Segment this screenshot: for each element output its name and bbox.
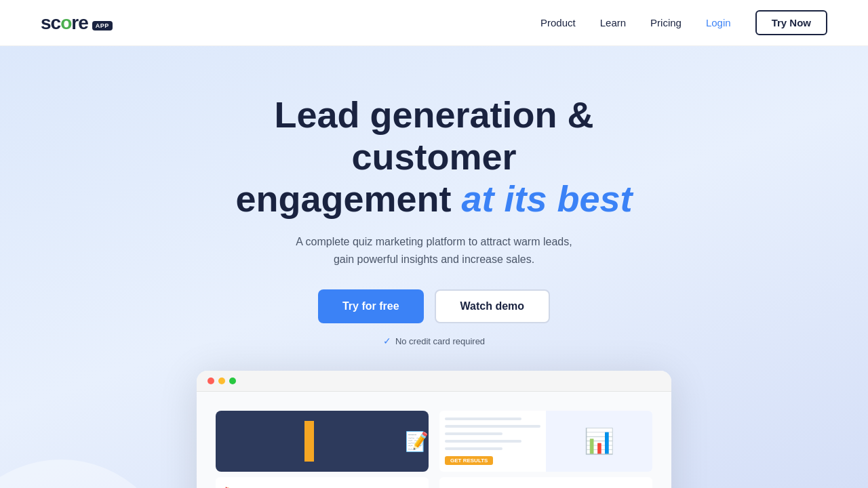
- hero-title: Lead generation & customer engagement at…: [197, 94, 671, 220]
- nav-try-button[interactable]: Try Now: [755, 10, 827, 35]
- burnout-orange-bar: [304, 421, 314, 462]
- logo-badge: APP: [92, 21, 113, 30]
- nav-product[interactable]: Product: [540, 17, 576, 28]
- nav-pricing[interactable]: Pricing: [650, 17, 682, 28]
- browser-content: 📝 🍹 The Burnout Prevention Scor: [197, 392, 671, 488]
- check-icon: ✓: [383, 336, 391, 346]
- profit-preview: GET RESULTS 📊: [439, 411, 652, 472]
- hero-highlight: at its best: [462, 178, 633, 219]
- nav-links: Product Learn Pricing Login Try Now: [540, 10, 827, 35]
- burnout-content-preview: 🍹: [216, 477, 429, 488]
- profit-line4: [445, 440, 521, 443]
- burnout-dark-block: [216, 421, 302, 462]
- scorecard-profit: GET RESULTS 📊 The Profit Booster Scoreca…: [434, 405, 658, 488]
- profit-content-preview: [439, 477, 652, 488]
- try-free-button[interactable]: Try for free: [318, 289, 424, 323]
- hero-subtitle: A complete quiz marketing platform to at…: [292, 233, 576, 268]
- browser-dot-minimize: [218, 378, 225, 384]
- browser-mockup: 📝 🍹 The Burnout Prevention Scor: [197, 371, 671, 488]
- burnout-pencil-icon: 📝: [405, 430, 429, 453]
- hero-buttons: Try for free Watch demo: [41, 289, 827, 323]
- profit-line2: [445, 425, 540, 428]
- navbar: score APP Product Learn Pricing Login Tr…: [0, 0, 868, 46]
- no-credit-card-notice: ✓ No credit card required: [41, 336, 827, 346]
- profit-text-side: GET RESULTS: [439, 411, 546, 472]
- hero-section: Lead generation & customer engagement at…: [0, 46, 868, 488]
- logo[interactable]: score APP: [41, 12, 113, 34]
- burnout-dark-block2: [317, 421, 403, 462]
- scorecard-burnout: 📝 🍹 The Burnout Prevention Scor: [210, 405, 434, 488]
- profit-chart-icon: 📊: [584, 427, 614, 455]
- profit-chart-side: 📊: [546, 411, 652, 472]
- browser-dot-close: [208, 378, 214, 384]
- profit-line5: [445, 447, 502, 450]
- profit-cta-badge: GET RESULTS: [445, 456, 493, 465]
- nav-learn[interactable]: Learn: [600, 17, 626, 28]
- watch-demo-button[interactable]: Watch demo: [435, 289, 551, 323]
- nav-login[interactable]: Login: [706, 17, 731, 28]
- profit-line3: [445, 432, 502, 435]
- profit-line1: [445, 418, 521, 420]
- browser-dot-maximize: [229, 378, 236, 384]
- burnout-header-preview: 📝: [216, 411, 429, 472]
- browser-toolbar: [197, 371, 671, 392]
